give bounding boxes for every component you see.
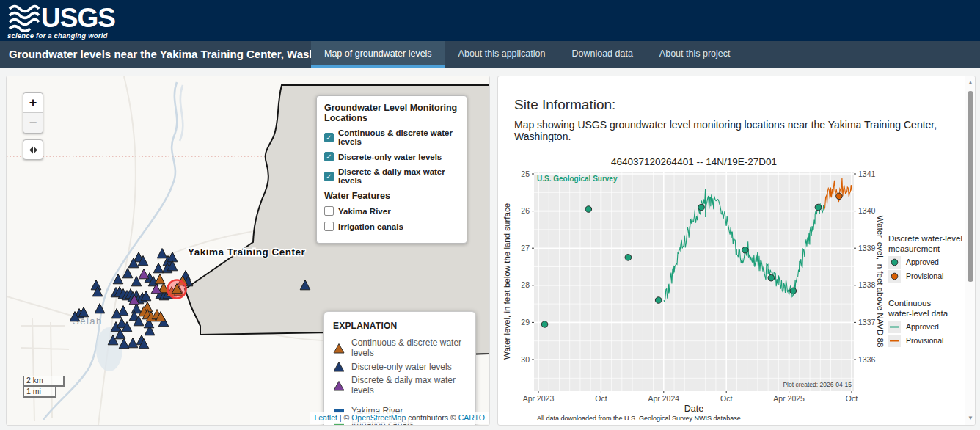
svg-text:Date: Date	[684, 404, 703, 414]
site-info-description: Map showing USGS groundwater level monit…	[514, 119, 954, 142]
checkbox-icon[interactable]: ✓	[324, 172, 334, 181]
svg-text:Approved: Approved	[906, 258, 939, 266]
carto-link[interactable]: CARTO	[458, 413, 485, 422]
svg-text:Oct: Oct	[846, 394, 858, 403]
usgs-wave-logo-icon: USGS	[7, 2, 117, 32]
tab-download-data[interactable]: Download data	[558, 41, 646, 68]
hydrograph-svg: 251341261340271339281338291337301336Apr …	[498, 153, 975, 425]
checkbox-label: Continuous & discrete water levels	[338, 128, 459, 146]
scroll-down-icon[interactable]: ▼	[965, 413, 976, 423]
svg-text:Oct: Oct	[720, 394, 732, 403]
checkbox-label: Yakima River	[338, 207, 391, 216]
svg-text:Approved: Approved	[906, 322, 939, 331]
svg-text:29: 29	[521, 318, 530, 327]
svg-text:Provisional: Provisional	[906, 336, 943, 345]
svg-text:30: 30	[521, 355, 530, 364]
svg-text:1338: 1338	[858, 280, 876, 289]
svg-text:1336: 1336	[858, 355, 876, 364]
svg-text:1339: 1339	[858, 244, 876, 252]
site-info-panel: Site Information: Map showing USGS groun…	[497, 76, 976, 426]
water-items: Yakima RiverIrrigation canals	[324, 206, 459, 231]
water-features-subtitle: Water Features	[324, 191, 459, 201]
svg-text:USGS: USGS	[41, 3, 115, 32]
svg-text:All data downloaded from the U: All data downloaded from the U.S. Geolog…	[537, 415, 742, 422]
tab-map-of-groundwater-levels[interactable]: Map of groundwater levels	[311, 41, 445, 68]
svg-text:Water level, in feet below the: Water level, in feet below the land surf…	[502, 203, 511, 360]
scroll-up-icon[interactable]: ▲	[965, 78, 976, 88]
checkbox-icon[interactable]: ✓	[324, 152, 334, 161]
training-center-label: Yakima Training Center	[188, 247, 306, 258]
checkbox-label: Discrete-only water levels	[338, 153, 442, 161]
explanation-row: Discrete-only water levels	[333, 361, 467, 372]
map-scale: 2 km 1 mi	[23, 376, 65, 398]
svg-text:Apr 2023: Apr 2023	[523, 394, 555, 403]
svg-text:Provisional: Provisional	[906, 272, 943, 280]
osm-link[interactable]: OpenStreetMap	[351, 413, 406, 422]
checkbox-label: Irrigation canals	[338, 222, 403, 231]
svg-text:1341: 1341	[858, 170, 876, 178]
hydrograph-chart: 251341261340271339281338291337301336Apr …	[498, 153, 975, 425]
usgs-header: USGS science for a changing world	[0, 0, 980, 41]
svg-text:1340: 1340	[858, 206, 876, 215]
layer-control: Groundwater Level Monitoring Locations ✓…	[316, 95, 467, 244]
triangle-marker-icon	[333, 380, 345, 391]
svg-text:Discrete water-level: Discrete water-level	[888, 234, 962, 243]
svg-text:26: 26	[521, 206, 530, 215]
checkbox-icon[interactable]	[324, 206, 334, 216]
triangle-marker-icon	[333, 343, 345, 354]
usgs-logo: USGS science for a changing world	[7, 2, 117, 40]
svg-text:U.S. Geological Survey: U.S. Geological Survey	[537, 175, 618, 183]
checkbox-icon[interactable]	[324, 222, 334, 231]
fit-bounds-button[interactable]	[23, 139, 43, 160]
scale-km: 2 km	[23, 376, 65, 387]
map-panel: Yakima Training Center Selah + − 2 km 1 …	[6, 76, 490, 426]
explanation-title: EXPLANATION	[333, 321, 467, 331]
explanation-point-rows: Continuous & discrete water levelsDiscre…	[333, 338, 467, 396]
svg-text:28: 28	[521, 280, 530, 289]
explanation-label: Continuous & discrete water levels	[351, 338, 467, 358]
scrollbar-thumb[interactable]	[968, 91, 973, 282]
tab-about-this-application[interactable]: About this application	[445, 41, 559, 68]
checkbox-icon[interactable]: ✓	[324, 133, 334, 142]
water-feature-checkbox[interactable]: Yakima River	[324, 206, 459, 216]
zoom-in-button[interactable]: +	[23, 93, 43, 113]
svg-text:Oct: Oct	[595, 394, 607, 403]
nav-tabs: Map of groundwater levels About this app…	[311, 41, 743, 68]
layer-checkbox[interactable]: ✓Discrete-only water levels	[324, 152, 459, 161]
svg-text:1337: 1337	[858, 318, 876, 327]
layer-checkbox[interactable]: ✓Discrete & daily max water levels	[324, 167, 459, 185]
layer-checkbox[interactable]: ✓Continuous & discrete water levels	[324, 128, 459, 146]
svg-text:Continuous: Continuous	[888, 299, 931, 307]
svg-text:25: 25	[521, 170, 530, 178]
tab-about-this-project[interactable]: About this project	[646, 41, 744, 68]
svg-text:Apr 2024: Apr 2024	[648, 394, 679, 403]
triangle-marker-icon	[333, 361, 345, 372]
svg-text:Apr 2025: Apr 2025	[773, 394, 805, 403]
page-title: Groundwater levels near the Yakima Train…	[9, 41, 349, 68]
zoom-control: + −	[23, 92, 43, 134]
site-info-heading: Site Information:	[514, 97, 615, 113]
svg-text:measurement: measurement	[888, 244, 940, 253]
explanation-row: Continuous & discrete water levels	[333, 338, 467, 358]
leaflet-link[interactable]: Leaflet	[314, 413, 337, 422]
usgs-tagline: science for a changing world	[7, 32, 117, 40]
svg-text:464037120264401 -- 14N/19E-27D: 464037120264401 -- 14N/19E-27D01	[611, 156, 777, 167]
explanation-label: Discrete-only water levels	[351, 362, 452, 372]
navbar: Groundwater levels near the Yakima Train…	[0, 41, 980, 68]
svg-text:27: 27	[521, 244, 530, 252]
checkbox-label: Discrete & daily max water levels	[338, 167, 459, 185]
svg-text:Water level, in feet above NAV: Water level, in feet above NAVD 88	[876, 216, 885, 348]
map-attribution: Leaflet | © OpenStreetMap contributors ©…	[310, 412, 489, 424]
water-feature-checkbox[interactable]: Irrigation canals	[324, 222, 459, 231]
layer-control-title: Groundwater Level Monitoring Locations	[324, 103, 459, 123]
zoom-out-button[interactable]: −	[23, 113, 43, 133]
explanation-label: Discrete & daily max water levels	[351, 375, 467, 396]
layer-items: ✓Continuous & discrete water levels✓Disc…	[324, 128, 459, 185]
explanation-legend: EXPLANATION Continuous & discrete water …	[323, 311, 476, 426]
explanation-row: Discrete & daily max water levels	[333, 375, 467, 396]
svg-text:Plot created: 2026-04-15: Plot created: 2026-04-15	[783, 381, 852, 388]
scrollbar: ▲ ▼	[965, 76, 975, 425]
svg-text:water-level data: water-level data	[888, 309, 948, 318]
fit-bounds-icon	[28, 145, 39, 156]
scale-mi: 1 mi	[23, 387, 56, 398]
